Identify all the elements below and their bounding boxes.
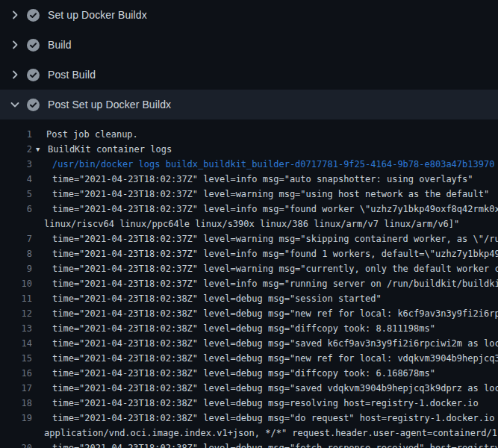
log-line: linux/riscv64 linux/ppc64le linux/s390x …: [0, 217, 498, 231]
log-text: time="2021-04-23T18:02:37Z" level=info m…: [52, 276, 498, 291]
log-line: 1Post job cleanup.: [0, 127, 498, 142]
log-line: 12time="2021-04-23T18:02:38Z" level=debu…: [0, 306, 498, 321]
log-line: 2▼BuildKit container logs: [0, 142, 498, 157]
log-line: 17time="2021-04-23T18:02:38Z" level=debu…: [0, 381, 498, 396]
log-group-header-text[interactable]: BuildKit container logs: [48, 142, 172, 157]
log-text: time="2021-04-23T18:02:37Z" level=info m…: [52, 202, 498, 217]
line-number-link[interactable]: 9: [0, 261, 32, 276]
log-line: 14time="2021-04-23T18:02:38Z" level=debu…: [0, 336, 498, 351]
line-number-link[interactable]: 2: [0, 142, 32, 157]
log-line: 7time="2021-04-23T18:02:37Z" level=warni…: [0, 231, 498, 246]
step-label: Post Set up Docker Buildx: [48, 99, 171, 111]
log-text: time="2021-04-23T18:02:38Z" level=debug …: [52, 351, 498, 366]
success-check-icon: [27, 69, 40, 81]
log-text: time="2021-04-23T18:02:38Z" level=debug …: [52, 321, 435, 336]
step-label: Set up Docker Buildx: [48, 9, 147, 21]
log-text: time="2021-04-23T18:02:37Z" level=warnin…: [52, 187, 489, 202]
log-text: time="2021-04-23T18:02:37Z" level=info m…: [52, 172, 473, 187]
log-text: time="2021-04-23T18:02:38Z" level=debug …: [52, 306, 498, 321]
log-line: 13time="2021-04-23T18:02:38Z" level=debu…: [0, 321, 498, 336]
log-text: time="2021-04-23T18:02:38Z" level=debug …: [52, 441, 498, 448]
line-number-link[interactable]: 13: [0, 321, 32, 336]
log-line: 3/usr/bin/docker logs buildx_buildkit_bu…: [0, 157, 498, 172]
log-text: Post job cleanup.: [46, 127, 138, 142]
line-number-link: [0, 217, 32, 231]
line-number-link[interactable]: 11: [0, 291, 32, 306]
log-text: time="2021-04-23T18:02:37Z" level=info m…: [52, 246, 498, 261]
step-list: Set up Docker Buildx Build Post Build: [0, 0, 498, 119]
log-line: 6time="2021-04-23T18:02:37Z" level=info …: [0, 202, 498, 217]
log-command-text: /usr/bin/docker logs buildx_buildkit_bui…: [52, 157, 494, 172]
success-check-icon: [27, 39, 40, 52]
line-number-link[interactable]: 16: [0, 366, 32, 381]
line-number-link[interactable]: 17: [0, 381, 32, 396]
line-number-link[interactable]: 1: [0, 127, 32, 142]
log-text: time="2021-04-23T18:02:38Z" level=debug …: [52, 381, 498, 396]
line-number-link[interactable]: 18: [0, 396, 32, 411]
log-line: 10time="2021-04-23T18:02:37Z" level=info…: [0, 276, 498, 291]
chevron-right-icon: [9, 9, 21, 21]
success-check-icon: [27, 9, 40, 22]
log-line: 9time="2021-04-23T18:02:37Z" level=warni…: [0, 261, 498, 276]
log-line: 8time="2021-04-23T18:02:37Z" level=info …: [0, 246, 498, 261]
line-number-link[interactable]: 14: [0, 336, 32, 351]
step-row-post-setup-docker-buildx[interactable]: Post Set up Docker Buildx: [0, 90, 498, 119]
chevron-right-icon: [9, 69, 21, 81]
log-text: time="2021-04-23T18:02:38Z" level=debug …: [52, 291, 382, 306]
log-lines-container: 1Post job cleanup.2▼BuildKit container l…: [0, 127, 498, 448]
step-row-post-build[interactable]: Post Build: [0, 60, 498, 90]
chevron-down-icon: [9, 99, 21, 111]
log-line: 11time="2021-04-23T18:02:38Z" level=debu…: [0, 291, 498, 306]
log-line: 15time="2021-04-23T18:02:38Z" level=debu…: [0, 351, 498, 366]
step-row-setup-docker-buildx[interactable]: Set up Docker Buildx: [0, 0, 498, 30]
chevron-right-icon: [9, 39, 21, 51]
line-number-link[interactable]: 6: [0, 202, 32, 217]
line-number-link[interactable]: 19: [0, 411, 32, 426]
log-text: linux/riscv64 linux/ppc64le linux/s390x …: [44, 217, 459, 231]
log-line: 18time="2021-04-23T18:02:38Z" level=debu…: [0, 396, 498, 411]
step-label: Build: [48, 39, 72, 51]
step-label: Post Build: [48, 69, 96, 81]
log-line: 20time="2021-04-23T18:02:38Z" level=debu…: [0, 441, 498, 448]
line-number-link[interactable]: 12: [0, 306, 32, 321]
log-text: time="2021-04-23T18:02:38Z" level=debug …: [52, 366, 435, 381]
log-text: application/vnd.oci.image.index.v1+json,…: [44, 426, 498, 441]
log-line: 5time="2021-04-23T18:02:37Z" level=warni…: [0, 187, 498, 202]
log-output: 1Post job cleanup.2▼BuildKit container l…: [0, 119, 498, 448]
log-line: 19time="2021-04-23T18:02:38Z" level=debu…: [0, 411, 498, 426]
group-collapse-triangle-icon[interactable]: ▼: [36, 142, 43, 157]
step-row-build[interactable]: Build: [0, 30, 498, 60]
line-number-link[interactable]: 5: [0, 187, 32, 202]
log-line: 4time="2021-04-23T18:02:37Z" level=info …: [0, 172, 498, 187]
log-text: time="2021-04-23T18:02:38Z" level=debug …: [52, 396, 479, 411]
success-check-icon: [27, 99, 40, 111]
log-line: 16time="2021-04-23T18:02:38Z" level=debu…: [0, 366, 498, 381]
line-number-link[interactable]: 4: [0, 172, 32, 187]
actions-log-viewer: Set up Docker Buildx Build Post Build: [0, 0, 498, 448]
log-line: application/vnd.oci.image.index.v1+json,…: [0, 426, 498, 441]
line-number-link[interactable]: 10: [0, 276, 32, 291]
log-text: time="2021-04-23T18:02:37Z" level=warnin…: [52, 231, 498, 246]
line-number-link[interactable]: 7: [0, 231, 32, 246]
line-number-link[interactable]: 3: [0, 157, 32, 172]
line-number-link[interactable]: 20: [0, 441, 32, 448]
line-number-link[interactable]: 15: [0, 351, 32, 366]
log-text: time="2021-04-23T18:02:37Z" level=warnin…: [52, 261, 498, 276]
line-number-link[interactable]: 8: [0, 246, 32, 261]
line-number-link: [0, 426, 32, 441]
log-text: time="2021-04-23T18:02:38Z" level=debug …: [52, 336, 498, 351]
log-text: time="2021-04-23T18:02:38Z" level=debug …: [52, 411, 498, 426]
